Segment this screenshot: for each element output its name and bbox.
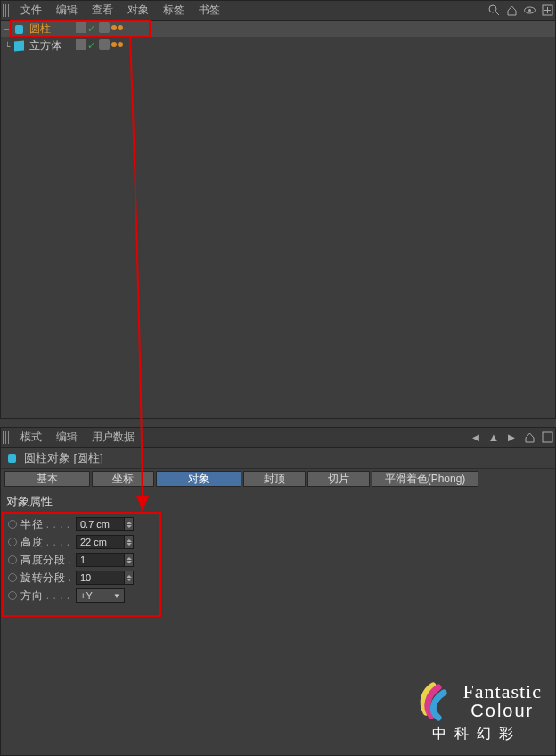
prop-height: 高度 . . . .	[8, 533, 553, 551]
cube-icon	[13, 40, 26, 53]
anim-bullet-icon[interactable]	[8, 573, 17, 582]
prop-label: 半径 . . . .	[20, 517, 76, 532]
tab-basic[interactable]: 基本	[4, 471, 90, 487]
drag-grip-icon[interactable]	[3, 4, 10, 17]
layer-tag-icon[interactable]	[76, 22, 86, 33]
tab-coord[interactable]: 坐标	[92, 471, 154, 487]
orient-dropdown[interactable]: +Y ▼	[76, 588, 125, 603]
maximize-icon[interactable]	[539, 430, 555, 446]
render-dot-icon[interactable]	[99, 22, 110, 33]
menu-mode[interactable]: 模式	[13, 430, 49, 445]
arrow-right-icon[interactable]: ►	[503, 430, 519, 446]
brand-text-cn: 中科幻彩	[412, 725, 542, 744]
tree-row-cylinder[interactable]: – 圆柱	[1, 21, 555, 37]
svg-point-0	[489, 5, 496, 12]
brand-watermark: Fantastic Colour 中科幻彩	[412, 680, 542, 744]
spinner-icon[interactable]	[125, 571, 134, 585]
prop-hseg: 高度分段 .	[8, 551, 553, 569]
brand-text-1: Fantastic	[463, 683, 542, 701]
object-manager-menubar: 文件 编辑 查看 对象 标签 书签	[1, 1, 555, 21]
chevron-down-icon: ▼	[113, 592, 120, 600]
menu-tags[interactable]: 标签	[156, 3, 192, 18]
attribute-header: 圆柱对象 [圆柱]	[1, 448, 555, 469]
anim-bullet-icon[interactable]	[8, 591, 17, 600]
tree-row-cube[interactable]: └ 立方体	[1, 37, 555, 54]
hseg-input[interactable]	[76, 553, 125, 567]
object-manager-panel: 文件 编辑 查看 对象 标签 书签 – 圆柱 └ 立方体	[0, 0, 556, 419]
tree-item-label: 圆柱	[29, 21, 51, 37]
render-dot-icon[interactable]	[99, 39, 110, 50]
prop-label: 高度 . . . .	[20, 535, 76, 550]
tree-toggle-icon[interactable]: └	[4, 42, 12, 51]
menu-userdata[interactable]: 用户数据	[85, 430, 142, 445]
svg-point-3	[528, 9, 531, 12]
menu-object[interactable]: 对象	[120, 3, 156, 18]
tree-item-label: 立方体	[29, 38, 61, 53]
prop-label: 方向 . . . .	[20, 588, 76, 604]
tree-row-tags	[76, 22, 125, 33]
height-input[interactable]	[76, 535, 125, 549]
attribute-tabbar: 基本 坐标 对象 封顶 切片 平滑着色(Phong)	[1, 469, 555, 489]
section-title: 对象属性	[1, 489, 555, 514]
radius-input[interactable]	[76, 517, 125, 531]
svg-rect-7	[543, 432, 552, 442]
visible-check-icon[interactable]	[87, 22, 98, 33]
new-icon[interactable]	[539, 3, 555, 19]
spinner-icon[interactable]	[125, 535, 134, 549]
object-properties: 半径 . . . . 高度 . . . . 高度分段 . 旋转分段 . 方向 .…	[1, 514, 555, 604]
phong-tag-icon[interactable]	[110, 22, 125, 33]
eye-icon[interactable]	[521, 3, 537, 19]
brand-logo-icon	[412, 680, 454, 723]
visible-check-icon[interactable]	[87, 39, 98, 50]
anim-bullet-icon[interactable]	[8, 555, 17, 564]
home-icon[interactable]	[503, 3, 519, 19]
prop-label: 旋转分段 .	[20, 571, 76, 586]
spinner-icon[interactable]	[125, 517, 134, 531]
menu-edit[interactable]: 编辑	[49, 3, 85, 18]
object-tree: – 圆柱 └ 立方体	[1, 21, 555, 54]
menu-edit2[interactable]: 编辑	[49, 430, 85, 445]
tree-row-tags	[76, 39, 125, 50]
phong-tag-icon[interactable]	[110, 39, 125, 50]
arrow-left-icon[interactable]: ◄	[468, 430, 484, 446]
spinner-icon[interactable]	[125, 553, 134, 567]
attribute-header-title: 圆柱对象 [圆柱]	[24, 450, 103, 466]
svg-line-1	[495, 12, 499, 15]
dropdown-value: +Y	[80, 590, 93, 601]
prop-radius: 半径 . . . .	[8, 515, 553, 533]
arrow-up-icon[interactable]: ▲	[486, 430, 502, 446]
attribute-manager-menubar: 模式 编辑 用户数据 ◄ ▲ ►	[1, 428, 555, 448]
search-icon[interactable]	[486, 3, 502, 19]
menu-bookmarks[interactable]: 书签	[192, 3, 227, 18]
prop-rseg: 旋转分段 .	[8, 569, 553, 587]
menu-view[interactable]: 查看	[85, 3, 120, 18]
anim-bullet-icon[interactable]	[8, 538, 17, 546]
tab-caps[interactable]: 封顶	[243, 471, 306, 487]
drag-grip-icon[interactable]	[3, 431, 10, 444]
prop-label: 高度分段 .	[20, 553, 76, 568]
tree-toggle-icon[interactable]: –	[4, 25, 12, 34]
cylinder-icon	[13, 23, 26, 36]
brand-text-2: Colour	[463, 701, 542, 721]
tab-slice[interactable]: 切片	[307, 471, 370, 487]
rseg-input[interactable]	[76, 571, 125, 585]
cylinder-icon	[6, 452, 19, 464]
tab-phong[interactable]: 平滑着色(Phong)	[372, 471, 478, 487]
menu-file[interactable]: 文件	[13, 3, 49, 18]
layer-tag-icon[interactable]	[76, 39, 86, 50]
tab-object[interactable]: 对象	[156, 471, 241, 487]
anim-bullet-icon[interactable]	[8, 520, 17, 529]
home-icon[interactable]	[521, 430, 537, 446]
prop-orient: 方向 . . . . +Y ▼	[8, 587, 553, 604]
